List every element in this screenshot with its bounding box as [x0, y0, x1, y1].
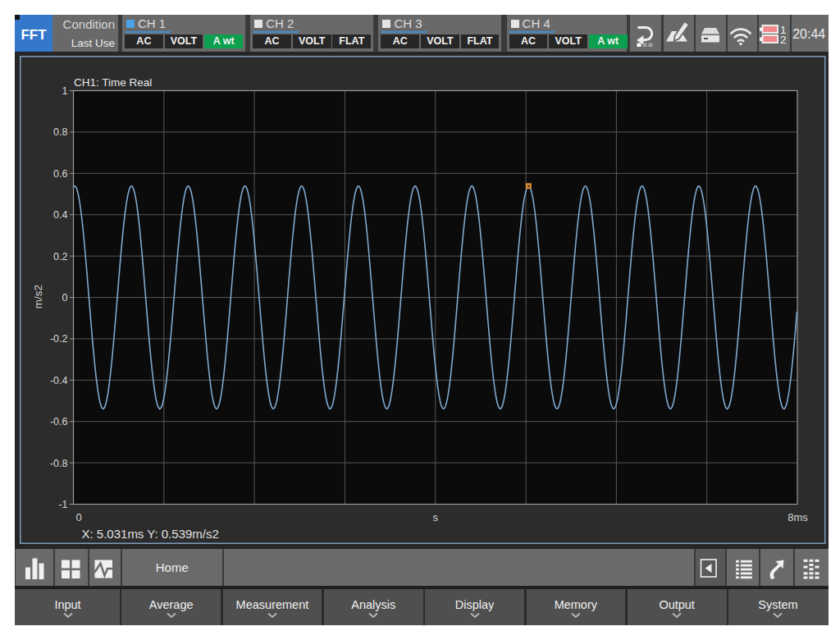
svg-text:0.4: 0.4: [53, 209, 67, 221]
svg-text:0: 0: [62, 292, 68, 304]
svg-text:0.8: 0.8: [53, 126, 67, 138]
svg-text:0.2: 0.2: [53, 250, 67, 262]
svg-text:-0.8: -0.8: [50, 457, 68, 469]
svg-text:1: 1: [62, 85, 68, 97]
svg-text:X: 5.031ms Y: 0.539m/s2: X: 5.031ms Y: 0.539m/s2: [82, 526, 219, 540]
svg-text:m/s2: m/s2: [32, 284, 44, 308]
svg-text:CH1: Time Real: CH1: Time Real: [74, 76, 152, 89]
svg-text:2: 2: [780, 34, 787, 46]
svg-text:0.6: 0.6: [53, 167, 67, 179]
svg-text:-0.2: -0.2: [50, 333, 68, 345]
svg-text:8ms: 8ms: [788, 510, 808, 523]
svg-text:-0.6: -0.6: [50, 416, 68, 427]
svg-text:-1: -1: [58, 499, 67, 510]
svg-text:0: 0: [76, 510, 82, 523]
svg-text:-0.4: -0.4: [50, 374, 68, 386]
svg-text:s: s: [433, 510, 439, 523]
